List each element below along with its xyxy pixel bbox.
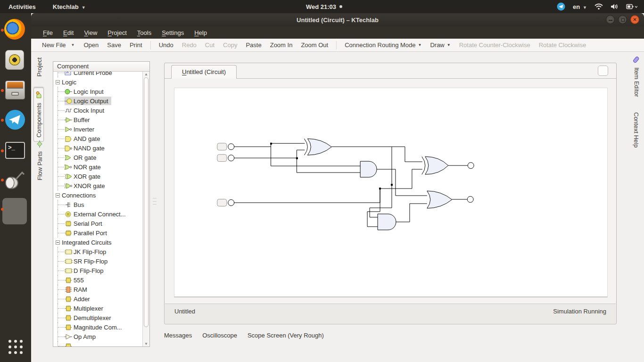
volume-icon[interactable] <box>611 3 619 10</box>
toolbar-button-print[interactable]: Print <box>125 40 147 50</box>
toolbar-button-undo[interactable]: Undo <box>155 40 178 50</box>
tree-item-logic-input[interactable]: Logic Input <box>53 87 142 96</box>
sidebar-tab-project[interactable]: Project <box>36 58 43 76</box>
toolbar-button-zoom-out[interactable]: Zoom Out <box>297 40 332 50</box>
wifi-icon[interactable] <box>594 3 603 10</box>
toolbar-button-draw[interactable]: Draw▼ <box>426 40 454 50</box>
dock-item-firefox[interactable] <box>4 19 27 41</box>
tree-item-external-connect[interactable]: External Connect... <box>53 209 142 219</box>
and-gate-component[interactable] <box>360 161 377 177</box>
bottom-tab-messages[interactable]: Messages <box>164 332 192 339</box>
tree-item-op-amp[interactable]: Op Amp <box>53 332 142 341</box>
language-indicator[interactable]: en▼ <box>573 3 587 10</box>
activities-button[interactable]: Activities <box>8 3 36 10</box>
tree-item-clock-input[interactable]: Clock Input <box>53 106 142 115</box>
logic-output-component[interactable] <box>468 163 474 169</box>
dock-item-active-app-window[interactable] <box>4 198 27 221</box>
maximize-button[interactable] <box>618 15 627 24</box>
tree-item-or-gate[interactable]: OR gate <box>53 153 142 162</box>
tree-item-serial-port[interactable]: Serial Port <box>53 219 142 228</box>
logic-input-component[interactable] <box>217 143 234 150</box>
sidebar-tab-context-help[interactable]: Context Help <box>633 112 640 148</box>
tree-item-label: Op Amp <box>74 333 96 340</box>
component-panel-header[interactable]: Component <box>53 62 149 72</box>
tree-item-xor-gate[interactable]: XOR gate <box>53 172 142 181</box>
scroll-down-icon[interactable]: ▼ <box>144 342 148 346</box>
and-gate-component[interactable] <box>378 214 396 230</box>
tree-item-logic[interactable]: Logic <box>53 77 142 87</box>
tree-item-555[interactable]: 555 <box>53 275 142 285</box>
menu-settings[interactable]: Settings <box>157 28 188 38</box>
logic-input-component[interactable] <box>217 199 234 206</box>
tree-item-jk-flip-flop[interactable]: JK Flip-Flop <box>53 247 142 256</box>
menu-tools[interactable]: Tools <box>133 28 156 38</box>
tree-item-sr-flip-flop[interactable]: SR Flip-Flop <box>53 256 142 266</box>
sidebar-tab-flow-parts[interactable]: Flow Parts <box>36 140 43 180</box>
scroll-up-icon[interactable]: ▲ <box>144 72 148 76</box>
tree-item-d-flip-flop[interactable]: D Flip-Flop <box>53 266 142 275</box>
tree-scrollbar-thumb[interactable] <box>144 77 149 327</box>
telegram-tray-icon[interactable] <box>557 2 565 11</box>
tree-item-and-gate[interactable]: AND gate <box>53 134 142 143</box>
bottom-tab-scope-screen-very-rough[interactable]: Scope Screen (Very Rough) <box>248 332 324 339</box>
close-button[interactable]: ✕ <box>630 15 639 24</box>
tree-item-parallel-port[interactable]: Parallel Port <box>53 228 142 238</box>
tree-item-current-probe[interactable]: Current Probe <box>53 72 142 77</box>
tree-item-demultiplexer[interactable]: Demultiplexer <box>53 313 142 322</box>
tree-item-ram[interactable]: RAM <box>53 285 142 294</box>
app-menu-button[interactable]: Ktechlab▼ <box>53 3 86 10</box>
tree-item-nand-gate[interactable]: NAND gate <box>53 143 142 153</box>
dock-item-speaker-app[interactable] <box>4 49 27 72</box>
clock[interactable]: Wed 21:03 <box>306 3 342 10</box>
toolbar-button-open[interactable]: Open <box>80 40 103 50</box>
toolbar-button-new-file[interactable]: New File <box>38 40 70 50</box>
menu-view[interactable]: View <box>80 28 101 38</box>
tree-item-xnor-gate[interactable]: XNOR gate <box>53 181 142 190</box>
battery-icon[interactable] <box>626 3 637 10</box>
dock-item-file-cabinet[interactable] <box>4 79 27 102</box>
sidebar-tab-components[interactable]: Components <box>33 88 44 142</box>
logic-input-component[interactable] <box>217 155 234 162</box>
menu-file[interactable]: File <box>39 28 57 38</box>
expander-collapse-icon[interactable] <box>56 240 60 245</box>
tab-list-button[interactable] <box>598 66 608 76</box>
logic-output-component[interactable] <box>467 196 473 202</box>
expander-collapse-icon[interactable] <box>56 193 60 197</box>
expander-collapse-icon[interactable] <box>56 80 60 84</box>
tree-item-partial[interactable] <box>53 341 142 346</box>
show-applications-button[interactable] <box>7 338 24 357</box>
tree-item-buffer[interactable]: Buffer <box>53 115 142 124</box>
bottom-tab-oscilloscope[interactable]: Oscilloscope <box>202 332 237 339</box>
toolbar-button-save[interactable]: Save <box>103 40 125 50</box>
tree-item-inverter[interactable]: Inverter <box>53 124 142 134</box>
tree-scrollbar[interactable]: ▲ ▼ <box>142 72 149 346</box>
dock-item-terminal[interactable]: >_ <box>4 140 27 162</box>
toolbar-button-paste[interactable]: Paste <box>241 40 265 50</box>
xor-gate-component[interactable] <box>307 139 331 155</box>
tree-item-logic-output[interactable]: Logic Output <box>53 96 142 106</box>
new-file-dropdown-arrow-icon[interactable]: ▼ <box>70 43 80 47</box>
circuit-canvas[interactable] <box>174 88 608 297</box>
xor-gate-component[interactable] <box>425 156 448 174</box>
menu-help[interactable]: Help <box>190 28 211 38</box>
menu-project[interactable]: Project <box>103 28 131 38</box>
tab-untitled-circuit[interactable]: Untitled (Circuit) <box>171 65 237 79</box>
tree-item-connections[interactable]: Connections <box>53 190 142 200</box>
toolbar-button-zoom-in[interactable]: Zoom In <box>266 40 297 50</box>
dock-item-telegram[interactable] <box>4 109 27 132</box>
sidebar-tab-item-editor[interactable]: Item Editor <box>633 57 640 97</box>
tree-item-integrated-circuits[interactable]: Integrated Circuits <box>53 238 142 247</box>
minimize-button[interactable] <box>606 15 615 24</box>
menu-edit[interactable]: Edit <box>59 28 78 38</box>
panel-splitter-handle[interactable] <box>153 198 157 205</box>
or-gate-component[interactable] <box>427 191 452 208</box>
toolbar-button-connection-routing-mode[interactable]: Connection Routing Mode▼ <box>340 40 426 50</box>
running-indicator-dot <box>1 29 4 32</box>
dock-item-roller-app[interactable] <box>4 169 27 191</box>
window-titlebar[interactable]: Untitled (Circuit) – KTechlab ✕ <box>31 13 644 26</box>
tree-item-magnitude-com[interactable]: Magnitude Com... <box>53 322 142 332</box>
tree-item-nor-gate[interactable]: NOR gate <box>53 162 142 172</box>
tree-item-bus[interactable]: Bus <box>53 200 142 209</box>
tree-item-adder[interactable]: Adder <box>53 294 142 304</box>
tree-item-multiplexer[interactable]: Multiplexer <box>53 304 142 313</box>
